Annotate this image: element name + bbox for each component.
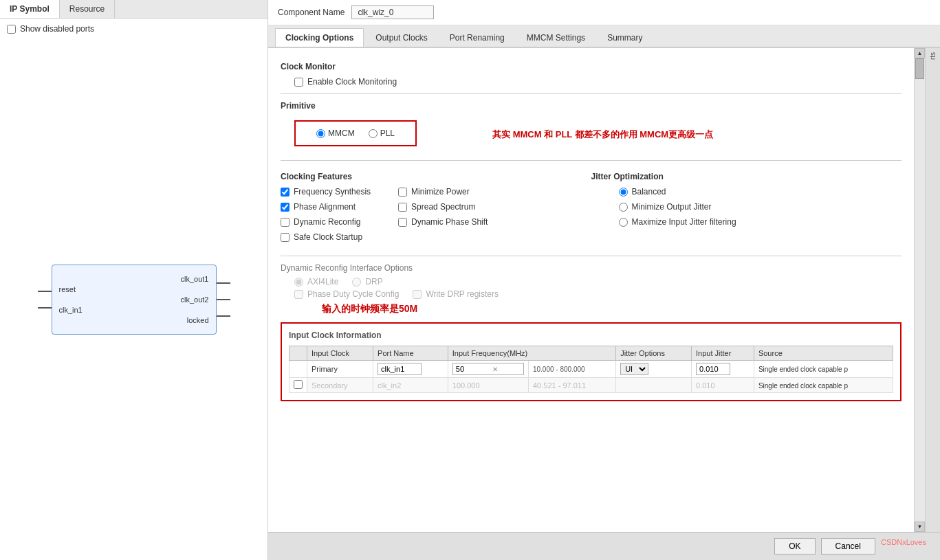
radio-drp[interactable]: DRP [352, 277, 382, 287]
td-primary-check [289, 361, 307, 378]
primary-jitter-select[interactable]: UI PS [620, 363, 648, 375]
primary-freq-clear[interactable]: ✕ [490, 366, 500, 373]
clock-monitor-section: Clock Monitor Enable Clock Monitoring [281, 62, 901, 87]
feature-col-left: Frequency Synthesis Phase Alignment Dyna… [281, 187, 371, 242]
cb-frequency-synthesis[interactable] [281, 188, 289, 197]
freq-annotation: 输入的时钟频率是50M [322, 303, 901, 315]
dynamic-reconfig-sub-options: AXI4Lite DRP [281, 277, 901, 287]
label-drp: DRP [365, 277, 382, 287]
feature-dynamic-reconfig: Dynamic Reconfig [281, 217, 371, 227]
tab-resource[interactable]: Resource [60, 0, 115, 18]
tab-output-clocks[interactable]: Output Clocks [365, 28, 437, 47]
ok-button[interactable]: OK [774, 538, 815, 555]
radio-pll[interactable]: PLL [369, 128, 395, 138]
primitive-box: MMCM PLL [294, 120, 417, 146]
td-primary-freq-range: 10.000 - 800.000 [528, 361, 615, 378]
tab-clocking-options[interactable]: Clocking Options [275, 28, 364, 47]
show-disabled-row: Show disabled ports [0, 19, 267, 39]
write-drp-cb: Write DRP registers [413, 289, 499, 299]
left-tabs: IP Symbol Resource [0, 0, 267, 19]
radio-axi4lite[interactable]: AXI4Lite [294, 277, 338, 287]
port-locked: locked [181, 316, 209, 324]
scroll-thumb[interactable] [915, 58, 924, 79]
port-clk-out1: clk_out1 [181, 275, 209, 283]
radio-mmcm[interactable]: MMCM [316, 128, 355, 138]
drp-options: Phase Duty Cycle Config Write DRP regist… [281, 289, 901, 299]
td-secondary-freq-range: 40.521 - 97.011 [528, 378, 615, 393]
cb-phase-alignment[interactable] [281, 203, 289, 212]
secondary-enable-checkbox[interactable] [294, 380, 303, 389]
cb-dynamic-phase-shift[interactable] [398, 218, 407, 227]
cancel-button[interactable]: Cancel [821, 538, 875, 555]
port-clk-in1: clk_in1 [59, 306, 83, 314]
port-line-clk-out2 [217, 299, 230, 300]
primitive-section: Primitive MMCM PLL [281, 101, 901, 153]
td-primary-input-clock: Primary [307, 361, 373, 378]
primary-freq-range: 10.000 - 800.000 [533, 366, 585, 373]
scroll-track[interactable] [915, 58, 925, 522]
scroll-up-btn[interactable]: ▲ [915, 48, 925, 58]
cb-dynamic-reconfig[interactable] [281, 218, 289, 227]
jitter-minimize-output[interactable]: Minimize Output Jitter [619, 202, 902, 212]
primitive-annotation: 其实 MMCM 和 PLL 都差不多的作用 MMCM更高级一点 [492, 128, 713, 141]
input-clock-section: Input Clock Information Input Clock Port… [281, 322, 901, 401]
dynamic-reconfig-section: Dynamic Reconfig Interface Options AXI4L… [281, 263, 901, 299]
content-scrollbar[interactable]: ▲ ▼ [914, 48, 925, 532]
cb-safe-clock[interactable] [281, 233, 289, 242]
input-clock-table: Input Clock Port Name Input Frequency(MH… [289, 346, 893, 393]
label-dynamic-phase-shift: Dynamic Phase Shift [411, 217, 488, 227]
label-minimize-output: Minimize Output Jitter [632, 202, 712, 212]
bottom-buttons-inner: OK Cancel CSDNxLoves [774, 538, 926, 555]
primitive-radio-group: MMCM PLL [316, 128, 395, 138]
th-input-clock: Input Clock [307, 346, 373, 361]
right-sidebar-label: rts [929, 52, 937, 60]
td-primary-input-jitter [692, 361, 754, 378]
right-panel-body: Clock Monitor Enable Clock Monitoring Pr… [268, 48, 940, 532]
primary-source-text: Single ended clock capable p [758, 366, 848, 373]
show-disabled-checkbox[interactable] [7, 25, 16, 34]
label-phase-duty-cycle: Phase Duty Cycle Config [307, 289, 399, 299]
feature-col-right: Minimize Power Spread Spectrum Dynamic P… [398, 187, 488, 242]
label-maximize-input: Maximize Input Jitter filtering [632, 217, 736, 227]
port-reset: reset [59, 285, 83, 293]
component-name-value: clk_wiz_0 [351, 5, 434, 19]
port-line-reset [38, 291, 52, 292]
table-row-secondary: Secondary clk_in2 100.000 40.521 - 97.01… [289, 378, 893, 393]
primary-freq-input[interactable] [453, 363, 490, 374]
td-primary-source: Single ended clock capable p [754, 361, 893, 378]
component-name-label: Component Name [278, 8, 345, 17]
td-secondary-input-clock: Secondary [307, 378, 373, 393]
feature-frequency-synthesis: Frequency Synthesis [281, 187, 371, 197]
secondary-source-text: Single ended clock capable p [758, 382, 848, 390]
enable-clock-monitoring-label: Enable Clock Monitoring [307, 77, 397, 87]
label-axi4lite: AXI4Lite [307, 277, 338, 287]
clocking-features-title: Clocking Features [281, 172, 591, 181]
phase-duty-cycle-cb: Phase Duty Cycle Config [294, 289, 399, 299]
ip-symbol-block: reset clk_in1 clk_out1 clk_out2 locked [52, 265, 217, 335]
input-clock-title: Input Clock Information [289, 331, 893, 340]
jitter-maximize-input[interactable]: Maximize Input Jitter filtering [619, 217, 902, 227]
clock-monitor-title: Clock Monitor [281, 62, 901, 71]
primary-port-name-input[interactable] [378, 363, 422, 375]
content-scroll-wrap[interactable]: Clock Monitor Enable Clock Monitoring Pr… [268, 48, 914, 532]
right-partial-sidebar: rts [925, 48, 940, 532]
label-write-drp: Write DRP registers [426, 289, 499, 299]
tab-summary[interactable]: Summary [597, 28, 653, 47]
cb-spread-spectrum[interactable] [398, 203, 407, 212]
th-input-jitter: Input Jitter [692, 346, 754, 361]
enable-clock-monitoring-checkbox[interactable] [294, 78, 303, 87]
table-row-primary: Primary ✕ [289, 361, 893, 378]
jitter-balanced[interactable]: Balanced [619, 187, 902, 197]
primary-input-jitter-input[interactable] [696, 363, 730, 375]
scroll-down-btn[interactable]: ▼ [915, 522, 925, 532]
label-phase-alignment: Phase Alignment [294, 202, 356, 212]
td-primary-freq: ✕ [448, 361, 528, 378]
tab-mmcm-settings[interactable]: MMCM Settings [516, 28, 595, 47]
radio-mmcm-label: MMCM [328, 128, 355, 138]
right-ports: clk_out1 clk_out2 locked [181, 275, 209, 324]
label-balanced: Balanced [632, 187, 666, 197]
cb-minimize-power[interactable] [398, 188, 407, 197]
feature-minimize-power: Minimize Power [398, 187, 488, 197]
tab-ip-symbol[interactable]: IP Symbol [0, 0, 60, 18]
tab-port-renaming[interactable]: Port Renaming [439, 28, 515, 47]
